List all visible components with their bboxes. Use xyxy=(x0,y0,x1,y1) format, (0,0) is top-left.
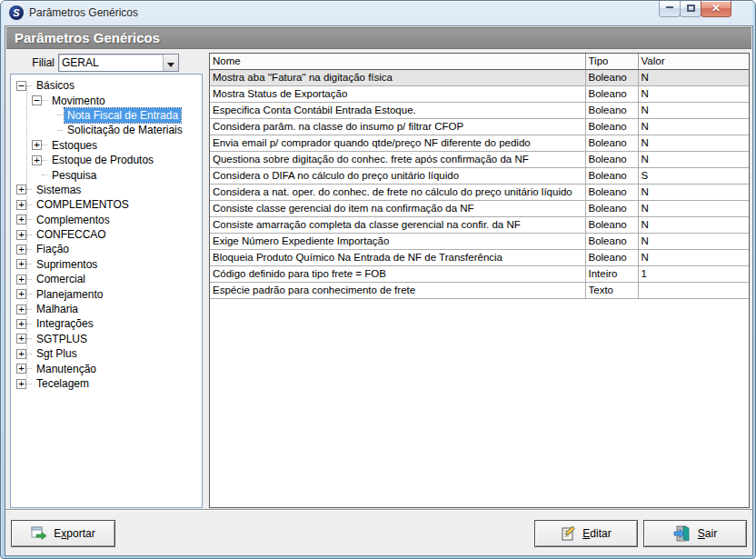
tree-item-label[interactable]: CONFECCAO xyxy=(34,227,109,242)
tree-item-label[interactable]: Tecelagem xyxy=(34,376,92,391)
collapse-icon[interactable]: − xyxy=(16,81,26,91)
expand-icon[interactable]: + xyxy=(16,319,26,329)
expand-icon[interactable]: + xyxy=(32,140,42,150)
expand-icon[interactable]: + xyxy=(16,185,26,195)
table-row[interactable]: Considera parâm. na classe do insumo p/ … xyxy=(210,118,749,135)
tree-item-label[interactable]: Pesquisa xyxy=(49,168,99,183)
tree-item[interactable]: +COMPLEMENTOS xyxy=(13,197,200,212)
table-row[interactable]: Código definido para tipo frete = FOBInt… xyxy=(210,265,749,282)
tree-item[interactable]: +CONFECCAO xyxy=(13,227,200,242)
editar-button[interactable]: Editar xyxy=(534,520,638,547)
tree-item[interactable]: +SGTPLUS xyxy=(13,332,200,346)
tree-item-label[interactable]: Integrações xyxy=(34,316,96,331)
filial-dropdown-button[interactable] xyxy=(163,55,178,71)
expand-icon[interactable]: + xyxy=(32,155,42,165)
tree-item[interactable]: +Fiação xyxy=(13,242,200,256)
window-title: Parâmetros Genéricos xyxy=(29,6,138,19)
tree-item-label[interactable]: Sistemas xyxy=(34,183,84,197)
maximize-icon xyxy=(687,5,695,12)
tree-item-label[interactable]: Planejamento xyxy=(34,287,105,302)
sair-button[interactable]: Sair xyxy=(643,520,747,547)
tree-item[interactable]: +Manutenção xyxy=(13,361,200,375)
tree-item-label[interactable]: Solicitação de Materiais xyxy=(65,123,185,137)
tree-item[interactable]: −Básicos xyxy=(13,78,200,93)
tree-item[interactable]: −Movimento xyxy=(13,93,200,107)
exportar-button[interactable]: Exportar xyxy=(11,520,115,547)
tree-item-label[interactable]: COMPLEMENTOS xyxy=(34,197,132,212)
table-row[interactable]: Questiona sobre digitação do conhec. fre… xyxy=(210,151,749,167)
expand-icon[interactable]: + xyxy=(16,200,26,210)
close-button[interactable]: ✕ xyxy=(701,1,731,17)
expand-icon[interactable]: + xyxy=(16,259,26,269)
tree-item[interactable]: +Malharia xyxy=(13,302,200,316)
cell-tipo: Boleano xyxy=(585,167,638,184)
tree-item-label[interactable]: Estoque de Produtos xyxy=(49,153,156,167)
table-row[interactable]: Consiste amarração completa da classe ge… xyxy=(210,216,749,233)
tree-item[interactable]: +Integrações xyxy=(13,316,200,331)
tree-item-label[interactable]: SGTPLUS xyxy=(34,332,90,346)
collapse-icon[interactable]: − xyxy=(32,95,42,105)
export-icon xyxy=(31,526,47,541)
table-row[interactable]: Consiste classe gerencial do item na con… xyxy=(210,200,749,216)
tree-item[interactable]: Pesquisa xyxy=(13,167,200,182)
tree-item-label[interactable]: Fiação xyxy=(34,242,72,256)
tree-item[interactable]: +Comercial xyxy=(13,272,200,286)
expand-icon[interactable]: + xyxy=(16,334,26,344)
tree-item-label[interactable]: Malharia xyxy=(34,302,81,316)
tree-item[interactable]: +Sistemas xyxy=(13,183,200,197)
tree-item[interactable]: Nota Fiscal de Entrada xyxy=(13,108,200,123)
cell-valor: S xyxy=(638,167,749,184)
tree-item-label[interactable]: Manutenção xyxy=(34,362,99,376)
grid-header-row: Nome Tipo Valor xyxy=(210,54,749,69)
expand-icon[interactable]: + xyxy=(16,245,26,255)
tree-item-label[interactable]: Complementos xyxy=(34,213,113,227)
edit-icon xyxy=(561,526,576,542)
tree-item[interactable]: +Planejamento xyxy=(13,286,200,301)
table-row[interactable]: Bloqueia Produto Químico Na Entrada de N… xyxy=(210,249,749,265)
title-bar[interactable]: S Parâmetros Genéricos ✕ xyxy=(1,1,755,25)
cell-nome: Consiste amarração completa da classe ge… xyxy=(210,216,585,233)
tree-item[interactable]: Solicitação de Materiais xyxy=(13,123,200,137)
table-row[interactable]: Espécie padrão para conhecimento de fret… xyxy=(210,282,749,298)
tree-item[interactable]: +Tecelagem xyxy=(13,376,200,391)
tree-item-label[interactable]: Sgt Plus xyxy=(34,346,80,361)
tree-connector-stub xyxy=(26,235,32,235)
table-row[interactable]: Mostra aba ''Fatura'' na digitação físic… xyxy=(210,69,749,85)
table-row[interactable]: Considera a nat. oper. do conhec. de fre… xyxy=(210,184,749,200)
tree-item[interactable]: +Complementos xyxy=(13,213,200,227)
cell-valor: N xyxy=(638,151,749,167)
cell-valor: N xyxy=(638,69,749,85)
table-row[interactable]: Considera o DIFA no cálculo do preço uni… xyxy=(210,167,749,184)
expand-icon[interactable]: + xyxy=(16,304,26,314)
expand-icon[interactable]: + xyxy=(16,364,26,374)
tree-item-label[interactable]: Comercial xyxy=(34,272,88,286)
expand-icon[interactable]: + xyxy=(16,379,26,389)
tree-item-label[interactable]: Suprimentos xyxy=(34,257,100,272)
expand-icon[interactable]: + xyxy=(16,289,26,299)
maximize-button[interactable] xyxy=(680,1,701,17)
table-row[interactable]: Especifica Conta Contábil Entrada Estoqu… xyxy=(210,102,749,118)
tree-item[interactable]: +Estoque de Produtos xyxy=(13,153,200,167)
tree-item-label[interactable]: Movimento xyxy=(49,94,108,108)
window-controls: ✕ xyxy=(660,1,731,17)
tree-item[interactable]: +Estoques xyxy=(13,138,200,153)
table-row[interactable]: Mostra Status de ExportaçãoBoleanoN xyxy=(210,85,749,102)
filial-select[interactable]: GERAL xyxy=(58,54,179,72)
tree-item[interactable]: +Sgt Plus xyxy=(13,346,200,361)
table-row[interactable]: Exige Número Expediente ImportaçãoBolean… xyxy=(210,233,749,249)
expand-icon[interactable]: + xyxy=(16,215,26,225)
tree-item-label[interactable]: Nota Fiscal de Entrada xyxy=(65,108,181,123)
expand-icon[interactable]: + xyxy=(16,349,26,359)
tree-connector-stub xyxy=(42,145,47,145)
tree-connector-stub xyxy=(26,384,32,384)
minimize-button[interactable] xyxy=(659,1,681,17)
cell-tipo: Texto xyxy=(585,282,638,298)
table-row[interactable]: Envia email p/ comprador quando qtde/pre… xyxy=(210,135,749,151)
tree-connector-stub xyxy=(26,294,32,294)
cell-nome: Mostra Status de Exportação xyxy=(210,85,585,102)
tree-item-label[interactable]: Básicos xyxy=(34,78,77,93)
expand-icon[interactable]: + xyxy=(16,275,26,284)
expand-icon[interactable]: + xyxy=(16,230,26,240)
tree-item-label[interactable]: Estoques xyxy=(49,138,100,153)
tree-item[interactable]: +Suprimentos xyxy=(13,257,200,272)
